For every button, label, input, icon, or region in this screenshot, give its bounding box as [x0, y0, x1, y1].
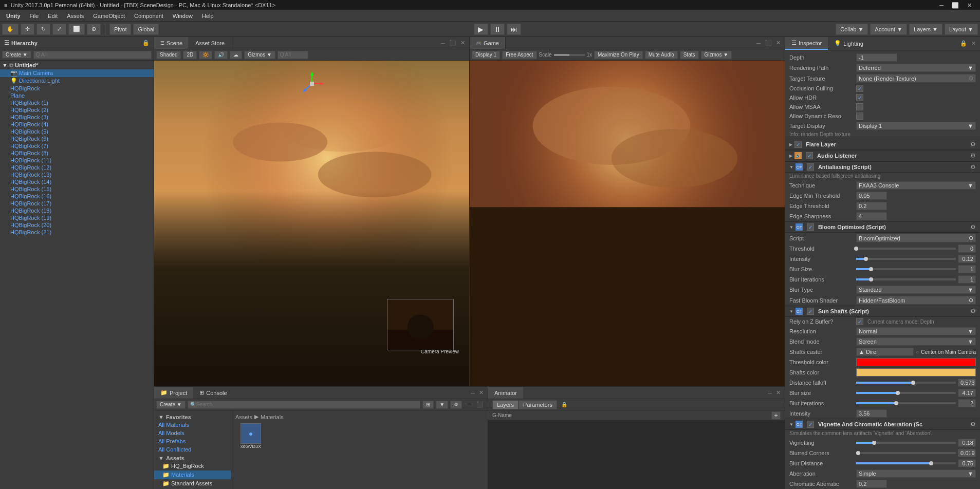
bloom-checkbox[interactable]: [807, 223, 814, 231]
project-minimize[interactable]: ─: [464, 402, 472, 408]
shafts-color-swatch[interactable]: [856, 368, 976, 377]
hier-item-hqbigrock-17[interactable]: HQBigRock (17): [0, 200, 154, 207]
collab-dropdown[interactable]: Collab ▼: [836, 24, 868, 35]
hier-item-hqbigrock-1[interactable]: HQBigRock (1): [0, 99, 154, 106]
edge-sharpness-input[interactable]: [856, 212, 887, 220]
project-maximize[interactable]: ⬛: [474, 401, 486, 408]
scene-minimize[interactable]: ─: [439, 40, 447, 46]
pause-button[interactable]: ⏸: [490, 24, 505, 35]
sidebar-materials[interactable]: 📁 Materials: [154, 471, 231, 479]
menu-component[interactable]: Component: [130, 12, 168, 20]
tab-project[interactable]: 📁 Project: [154, 387, 193, 399]
shafts-caster-dropdown[interactable]: ▲ Dire.: [856, 348, 914, 356]
animator-canvas[interactable]: [488, 421, 785, 489]
global-button[interactable]: Global: [133, 24, 159, 35]
scene-search[interactable]: [278, 51, 308, 59]
aa-checkbox[interactable]: [807, 163, 814, 171]
layers-dropdown[interactable]: Layers ▼: [909, 24, 942, 35]
bloom-blur-size-value[interactable]: 1: [958, 265, 976, 273]
shading-mode[interactable]: Shaded: [156, 51, 181, 59]
bloom-intensity-slider[interactable]: [856, 258, 956, 260]
project-create[interactable]: Create ▼: [156, 401, 186, 409]
hier-item-hqbigrock-18[interactable]: HQBigRock (18): [0, 207, 154, 214]
hierarchy-create[interactable]: Create ▼: [2, 51, 31, 59]
hier-item-hqbigrock-12[interactable]: HQBigRock (12): [0, 164, 154, 171]
breadcrumb-materials[interactable]: Materials: [261, 414, 284, 420]
bloom-blur-iter-slider[interactable]: [856, 278, 956, 280]
hier-item-hqbigrock-3[interactable]: HQBigRock (3): [0, 114, 154, 121]
hier-item-hqbigrock-20[interactable]: HQBigRock (20): [0, 221, 154, 229]
tab-scene[interactable]: ☰ Scene: [154, 37, 189, 49]
sidebar-all-conflicted[interactable]: All Conflicted: [154, 445, 231, 454]
bloom-intensity-value[interactable]: 0.12: [958, 255, 976, 263]
aspect-select[interactable]: Free Aspect: [502, 51, 537, 59]
pivot-button[interactable]: Pivot: [109, 24, 131, 35]
chromatic-aberration-input[interactable]: [856, 480, 887, 488]
hier-item-hqbigrock-14[interactable]: HQBigRock (14): [0, 178, 154, 185]
project-search-input[interactable]: [196, 402, 418, 407]
game-gizmos[interactable]: Gizmos ▼: [701, 51, 732, 59]
hier-item-hqbigrock-5[interactable]: HQBigRock (5): [0, 128, 154, 135]
distance-falloff-value[interactable]: 0.573: [958, 379, 976, 387]
step-button[interactable]: ⏭: [507, 24, 521, 35]
project-filter[interactable]: ▼: [436, 401, 448, 409]
hier-item-hqbigrock-19[interactable]: HQBigRock (19): [0, 214, 154, 221]
fast-bloom-shader-pick[interactable]: ⊙: [969, 297, 973, 304]
audio-listener-section[interactable]: ▶ 🔊 Audio Listener ⚙: [785, 150, 980, 161]
animator-params-tab[interactable]: Parameters: [519, 400, 557, 409]
bloom-threshold-slider[interactable]: [856, 248, 956, 250]
blurred-corners-value[interactable]: 0.019: [958, 449, 976, 457]
sun-blur-iter-value[interactable]: 2: [958, 399, 976, 407]
project-settings[interactable]: ⚙: [450, 401, 462, 409]
mute-audio[interactable]: Mute Audio: [645, 51, 678, 59]
blurred-corners-slider[interactable]: [856, 452, 956, 454]
audio-listener-checkbox[interactable]: [806, 152, 813, 159]
tab-lighting[interactable]: 💡 Lighting: [828, 37, 870, 50]
animator-lock[interactable]: 🔒: [561, 402, 567, 407]
bloom-script-dropdown[interactable]: BloomOptimized ⊙: [856, 234, 976, 242]
game-maximize[interactable]: ⬛: [763, 40, 774, 46]
animator-layers-tab[interactable]: Layers: [492, 400, 519, 409]
display-select[interactable]: Display 1: [472, 51, 500, 59]
project-close[interactable]: ✕: [477, 389, 486, 396]
scene-fx-toggle[interactable]: ☁: [230, 51, 242, 59]
inspector-lock[interactable]: 🔒: [958, 40, 969, 47]
window-minimize[interactable]: ─: [935, 2, 948, 8]
sun-blur-size-slider[interactable]: [856, 392, 956, 394]
tool-rotate[interactable]: ↻: [36, 24, 50, 35]
sun-intensity-input[interactable]: [856, 409, 887, 418]
hier-item-hqbigrock-15[interactable]: HQBigRock (15): [0, 185, 154, 193]
hier-item-hqbigrock-7[interactable]: HQBigRock (7): [0, 142, 154, 149]
tool-transform[interactable]: ⊕: [87, 24, 101, 35]
sidebar-all-models[interactable]: All Models: [154, 429, 231, 437]
animator-close[interactable]: ✕: [774, 389, 783, 396]
sun-shafts-section[interactable]: ▼ C# Sun Shafts (Script) ⚙: [785, 306, 980, 317]
target-texture-pick[interactable]: ⊙: [969, 75, 973, 82]
scene-light-toggle[interactable]: 🔆: [199, 51, 212, 59]
bloom-threshold-value[interactable]: 0: [958, 244, 976, 253]
animator-minimize[interactable]: ─: [766, 390, 774, 396]
center-on-camera-btn[interactable]: Center on Main Camera: [921, 349, 976, 355]
layout-dropdown[interactable]: Layout ▼: [945, 24, 978, 35]
occlusion-culling-checkbox[interactable]: [856, 85, 863, 92]
edge-threshold-input[interactable]: [856, 202, 887, 210]
hier-item-hqbigrock-4[interactable]: HQBigRock (4): [0, 121, 154, 128]
game-canvas[interactable]: [470, 61, 785, 386]
blur-distance-slider[interactable]: [856, 462, 956, 464]
hier-item-hqbigrock-2[interactable]: HQBigRock (2): [0, 106, 154, 114]
scene-audio-toggle[interactable]: 🔊: [214, 51, 228, 59]
vignetting-value[interactable]: 0.18: [958, 439, 976, 447]
menu-window[interactable]: Window: [169, 12, 197, 20]
asset-xogvd3x[interactable]: ● xoGVD3X: [235, 423, 266, 449]
maximize-on-play[interactable]: Maximize On Play: [594, 51, 643, 59]
inspector-close[interactable]: ✕: [969, 40, 978, 47]
bloom-section[interactable]: ▼ C# Bloom Optimized (Script) ⚙: [785, 221, 980, 233]
scene-canvas[interactable]: Camera Preview: [154, 61, 469, 386]
flare-layer-section[interactable]: ▶ Flare Layer ⚙: [785, 139, 980, 150]
vignetting-slider[interactable]: [856, 442, 956, 444]
tool-hand[interactable]: ✋: [2, 24, 19, 35]
allow-dynamic-reso-checkbox[interactable]: [856, 112, 863, 120]
hier-item-untitled[interactable]: ▼ ⧉ Untitled*: [0, 62, 154, 69]
target-texture-dropdown[interactable]: None (Render Texture) ⊙: [856, 74, 976, 83]
sun-blur-iter-slider[interactable]: [856, 402, 956, 404]
